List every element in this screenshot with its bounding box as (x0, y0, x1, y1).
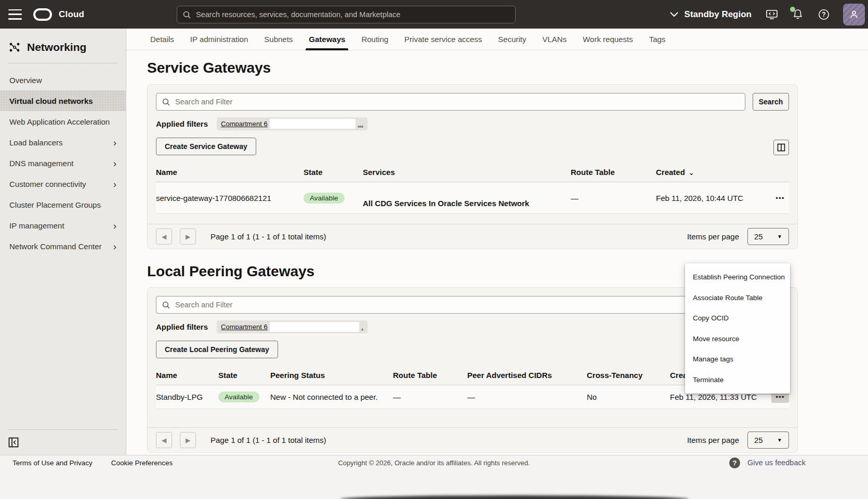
menu-item-copy-ocid[interactable]: Copy OCID (685, 308, 790, 329)
prev-page-button[interactable]: ◀ (156, 432, 172, 448)
collapse-sidebar-icon[interactable] (8, 437, 19, 448)
menu-item-establish-peering-connection[interactable]: Establish Peering Connection (685, 267, 790, 288)
lpg-row-cross-tenancy: No (587, 393, 670, 401)
lpg-applied-filters-label: Applied filters (156, 322, 208, 331)
tab-tags[interactable]: Tags (649, 29, 666, 50)
lpg-pagination: ◀ ▶ Page 1 of 1 (1 - 1 of 1 total items)… (148, 427, 797, 452)
redacted-filter-value (270, 119, 356, 129)
col-peering-status: Peering Status (270, 371, 393, 380)
sg-row-created: Feb 11, 2026, 10:44 UTC (656, 194, 760, 203)
sg-search-input[interactable] (175, 98, 740, 106)
redacted-filter-value (270, 322, 360, 332)
give-feedback-link[interactable]: Give us feedback (747, 458, 806, 467)
page-info: Page 1 of 1 (1 - 1 of 1 total items) (211, 436, 326, 444)
prev-page-button[interactable]: ◀ (156, 228, 172, 245)
create-local-peering-gateway-button[interactable]: Create Local Peering Gateway (156, 341, 278, 358)
feedback-question-icon[interactable]: ? (729, 457, 740, 468)
tab-gateways[interactable]: Gateways (309, 29, 345, 50)
lpg-row-name: Standby-LPG (156, 393, 218, 401)
sg-applied-filters-label: Applied filters (156, 119, 208, 128)
col-created[interactable]: Created⌄ (656, 168, 770, 177)
sidebar-item-network-command-center[interactable]: Network Command Center› (0, 236, 126, 257)
tab-private-service-access[interactable]: Private service access (404, 29, 482, 50)
sg-search-button[interactable]: Search (753, 93, 789, 111)
page-tabs: Details IP administration Subnets Gatewa… (126, 29, 868, 50)
tab-vlans[interactable]: VLANs (543, 29, 567, 50)
cloud-shell-icon[interactable] (765, 8, 779, 21)
lpg-row-peering-status: New - Not connected to a peer. (270, 393, 393, 401)
sg-row-services: All CDG Services In Oracle Services Netw… (363, 199, 529, 208)
menu-item-terminate[interactable]: Terminate (685, 370, 790, 390)
region-selector[interactable]: Standby Region (670, 9, 752, 20)
chevron-right-icon: › (113, 179, 116, 189)
sidebar-item-customer-connectivity[interactable]: Customer connectivity› (0, 173, 126, 194)
row-actions-context-menu: Establish Peering Connection Associate R… (685, 263, 790, 394)
lpg-row-created: Feb 11, 2026, 11:33 UTC (670, 393, 766, 401)
hamburger-menu-icon[interactable] (8, 9, 22, 20)
cookie-preferences-link[interactable]: Cookie Preferences (111, 459, 173, 467)
sidebar-item-cluster-placement-groups[interactable]: Cluster Placement Groups (0, 194, 126, 215)
search-icon (182, 10, 191, 19)
items-per-page-label: Items per page (687, 436, 739, 444)
status-badge: Available (218, 392, 259, 402)
tab-work-requests[interactable]: Work requests (583, 29, 633, 50)
column-settings-icon[interactable] (773, 140, 789, 155)
menu-item-manage-tags[interactable]: Manage tags (685, 349, 790, 370)
sidebar-item-virtual-cloud-networks[interactable]: Virtual cloud networks (0, 90, 126, 111)
col-name: Name (156, 168, 304, 177)
next-page-button[interactable]: ▶ (180, 432, 196, 448)
tab-ip-administration[interactable]: IP administration (190, 29, 248, 50)
sidebar-item-load-balancers[interactable]: Load balancers› (0, 132, 126, 153)
chevron-right-icon: › (113, 138, 116, 147)
lpg-filter-more-link[interactable]: . (361, 323, 363, 331)
help-icon[interactable]: ? (817, 8, 831, 21)
svg-text:?: ? (822, 11, 825, 18)
local-peering-gateways-title: Local Peering Gateways (147, 263, 314, 280)
sidebar-item-web-application-acceleration[interactable]: Web Application Acceleration (0, 111, 126, 132)
chevron-down-icon (670, 12, 678, 17)
chevron-right-icon: › (113, 241, 116, 251)
items-per-page-select[interactable]: 25 ▼ (747, 228, 789, 245)
service-gateways-table: Name State Services Route Table Created⌄… (156, 163, 789, 214)
sidebar: Networking Overview Virtual cloud networ… (0, 29, 126, 455)
global-search-input[interactable] (196, 10, 510, 19)
sidebar-item-dns-management[interactable]: DNS management› (0, 153, 126, 173)
page-footer: Copyright © 2026, Oracle and/or its affi… (0, 455, 868, 499)
menu-item-move-resource[interactable]: Move resource (685, 329, 790, 349)
divider (8, 63, 117, 63)
tab-security[interactable]: Security (498, 29, 526, 50)
sg-compartment-filter-chip[interactable]: Compartment 6 ... (217, 117, 367, 130)
caret-down-icon: ▼ (777, 437, 782, 443)
notifications-bell-icon[interactable] (791, 8, 805, 21)
col-cross-tenancy: Cross-Tenancy (587, 371, 670, 380)
region-label: Standby Region (685, 9, 752, 20)
page-info: Page 1 of 1 (1 - 1 of 1 total items) (211, 232, 326, 241)
terms-link[interactable]: Terms of Use and Privacy (12, 459, 93, 467)
items-per-page-select[interactable]: 25 ▼ (747, 431, 789, 449)
sidebar-item-overview[interactable]: Overview (0, 70, 126, 90)
tab-details[interactable]: Details (150, 29, 174, 50)
service-gateways-title: Service Gateways (147, 60, 271, 76)
top-header: Cloud Standby Region ? (0, 0, 868, 29)
sg-filter-more-link[interactable]: ... (358, 120, 363, 128)
tab-subnets[interactable]: Subnets (264, 29, 293, 50)
create-service-gateway-button[interactable]: Create Service Gateway (156, 138, 256, 155)
search-icon (162, 98, 170, 106)
lpg-compartment-filter-chip[interactable]: Compartment 6 . (217, 320, 367, 333)
col-state: State (218, 371, 270, 380)
user-avatar[interactable] (843, 4, 865, 25)
next-page-button[interactable]: ▶ (180, 228, 196, 245)
sg-row-actions-icon[interactable]: ⋯ (771, 192, 789, 204)
col-name: Name (156, 371, 218, 380)
sort-icon: ⌄ (689, 169, 694, 177)
oracle-logo-icon[interactable] (33, 8, 52, 21)
sidebar-item-ip-management[interactable]: IP management› (0, 215, 126, 236)
tab-routing[interactable]: Routing (361, 29, 388, 50)
notification-dot (790, 7, 795, 12)
sg-search-filter[interactable] (156, 93, 745, 111)
items-per-page-label: Items per page (687, 232, 739, 241)
col-route-table: Route Table (571, 168, 656, 177)
table-row: service-gateway-1770806682121 Available … (156, 182, 789, 214)
global-search[interactable] (177, 6, 516, 23)
menu-item-associate-route-table[interactable]: Associate Route Table (685, 288, 790, 308)
